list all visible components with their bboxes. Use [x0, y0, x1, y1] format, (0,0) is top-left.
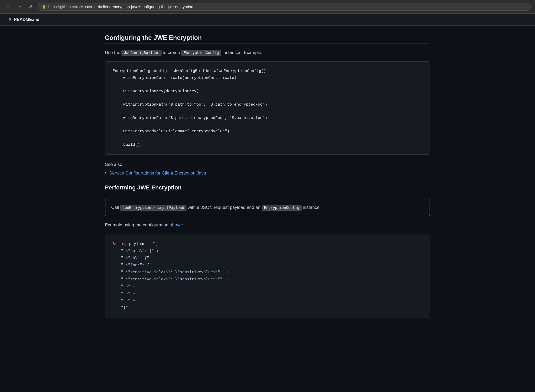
intro-before: Use the: [105, 50, 120, 55]
string-keyword: String: [113, 242, 127, 246]
path-str: " \"path\": {": [121, 249, 156, 253]
readme-bar: ≡ README.md: [0, 14, 535, 26]
close-path-str: " }": [121, 298, 133, 303]
close-foo-str: " }": [121, 284, 133, 289]
code-line3: .withDecryptionKey(decryptionKey): [113, 88, 422, 95]
plus7: +: [133, 284, 135, 289]
code-line5: .withDecryptionPath("$.path.to.encrypted…: [113, 115, 422, 122]
field2-str: " \"sensitiveField2\": \"sensitiveValue2…: [121, 277, 225, 282]
url-prefix: https://github.com/: [48, 4, 81, 9]
code-line7: .build();: [113, 141, 422, 148]
jwe-config-heading: Configuring the JWE Encryption: [105, 34, 430, 44]
lock-icon: 🔒: [42, 5, 46, 9]
payload-line6: " \"sensitiveField2\": \"sensitiveValue2…: [113, 276, 422, 283]
payload-line4: " \"foo\": {" +: [113, 262, 422, 269]
list-icon: ≡: [8, 17, 11, 22]
payload-line5: " \"sensitiveField1\": \"sensitiveValue1…: [113, 269, 422, 276]
plus3: +: [152, 256, 154, 260]
close-to-str: " }": [121, 291, 133, 296]
readme-bar-title: README.md: [14, 17, 40, 22]
performing-section: Performing JWE Encryption Call JweEncryp…: [105, 184, 430, 318]
jwe-config-builder-code: JweConfigBuilder: [121, 50, 161, 56]
bullet-dot: •: [105, 170, 106, 176]
url-main: Mastercard/client-encryption-java#config…: [81, 4, 195, 9]
service-config-link[interactable]: Service Configurations for Client Encryp…: [109, 171, 206, 176]
forward-button[interactable]: →: [15, 3, 24, 11]
open-brace-str: "{": [153, 242, 162, 246]
jwe-code-block: EncryptionConfig config = JweConfigBuild…: [105, 61, 430, 155]
payload-line10: "}";: [113, 304, 422, 311]
browser-chrome: ← → ↺ 🔒 https://github.com/Mastercard/cl…: [0, 0, 535, 14]
back-button[interactable]: ←: [4, 3, 13, 11]
plus9: +: [133, 298, 135, 303]
intro-instances: instances. Example:: [223, 50, 263, 55]
performing-heading: Performing JWE Encryption: [105, 184, 430, 193]
code-line4: .withEncryptionPath("$.path.to.foo", "$.…: [113, 101, 422, 108]
code-line2: .withEncryptionCertificate(encryptionCer…: [113, 75, 422, 81]
payload-var: payload =: [129, 242, 153, 246]
encrypt-payload-code: JweEncryption.encryptPayload: [120, 205, 186, 211]
foo-str: " \"foo\": {": [121, 263, 154, 268]
example-label: Example using the configuration above:: [105, 221, 430, 228]
code-line6: .withEncryptedValueFieldName("encryptedV…: [113, 128, 422, 135]
url-display: https://github.com/Mastercard/client-enc…: [48, 4, 195, 9]
nav-buttons: ← → ↺: [4, 3, 34, 11]
intro-to-create: to create: [163, 50, 180, 55]
plus8: +: [133, 291, 135, 296]
plus5: +: [227, 270, 229, 275]
to-str: " \"to\": {": [121, 256, 152, 260]
address-bar[interactable]: 🔒 https://github.com/Mastercard/client-e…: [38, 3, 531, 11]
encryption-config-code2: EncryptionConfig: [262, 205, 302, 211]
payload-line8: " }" +: [113, 290, 422, 297]
call-middle: with a JSON request payload and an: [188, 205, 260, 210]
jwe-config-intro: Use the JweConfigBuilder to create Encry…: [105, 49, 430, 56]
field1-str: " \"sensitiveField1\": \"sensitiveValue1…: [121, 270, 227, 275]
content-wrapper: ≡ README.md Configuring the JWE Encrypti…: [0, 14, 535, 392]
call-after: instance.: [303, 205, 321, 210]
see-also-list: • Service Configurations for Client Encr…: [105, 170, 430, 176]
example-after: :: [182, 222, 183, 227]
refresh-button[interactable]: ↺: [26, 3, 34, 11]
example-before: Example using the configuration: [105, 222, 168, 227]
plus2: +: [156, 249, 159, 253]
payload-line7: " }" +: [113, 283, 422, 290]
main-content: ≡ README.md Configuring the JWE Encrypti…: [0, 14, 535, 392]
payload-code-block: String payload = "{" + " \"path\": {" + …: [105, 234, 430, 318]
close-root-str: "}";: [121, 306, 130, 310]
payload-line9: " }" +: [113, 297, 422, 304]
call-before: Call: [111, 205, 119, 210]
plus1: +: [162, 242, 164, 246]
see-also-label: See also:: [105, 162, 430, 167]
content-area: Configuring the JWE Encryption Use the J…: [84, 26, 451, 333]
payload-line2: " \"path\": {" +: [113, 248, 422, 255]
payload-line3: " \"to\": {" +: [113, 255, 422, 262]
payload-line1: String payload = "{" +: [113, 241, 422, 248]
above-link[interactable]: above: [170, 222, 182, 227]
plus6: +: [225, 277, 227, 282]
see-also-item: • Service Configurations for Client Encr…: [105, 170, 430, 176]
plus4: +: [154, 263, 156, 268]
encryption-config-code: EncryptionConfig: [181, 50, 221, 56]
highlighted-call-box: Call JweEncryption.encryptPayload with a…: [105, 199, 430, 216]
code-line1: EncryptionConfig config = JweConfigBuild…: [113, 69, 266, 73]
